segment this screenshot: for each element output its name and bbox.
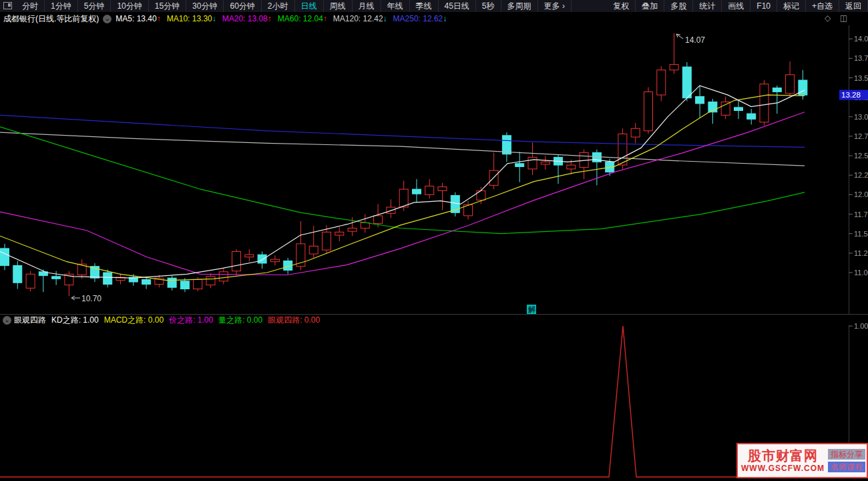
period-tab-15分钟[interactable]: 15分钟 — [149, 0, 186, 12]
action-button-统计[interactable]: 统计 — [693, 0, 722, 12]
axis-label: 13.00 — [854, 113, 868, 121]
ma60-line — [0, 127, 805, 234]
collapse-chevron-icon[interactable]: ⌄ — [103, 15, 112, 23]
action-button-画线[interactable]: 画线 — [722, 0, 750, 12]
window-icon[interactable] — [3, 2, 12, 9]
up-arrow-icon: ↑ — [268, 14, 272, 23]
action-buttons: 复权叠加多股统计画线F10标记+自选返回 — [607, 0, 868, 12]
low-annotation-arrow — [71, 296, 80, 300]
candle-body — [567, 165, 576, 169]
action-button-F10[interactable]: F10 — [750, 0, 777, 12]
panel-corner-icons[interactable]: ◇ ◫ — [825, 13, 851, 23]
indicator-chevron-icon[interactable]: ⌄ — [3, 316, 11, 325]
watermark-text: 股市财富网 WWW.GSCFW.COM — [739, 448, 827, 473]
period-tab-10分钟[interactable]: 10分钟 — [111, 0, 148, 12]
ma-text: MA10: 13.30 — [167, 14, 212, 23]
indicator-value-KD之路: KD之路: 1.00 — [51, 315, 99, 326]
indicator-header: ⌄ 眼观四路 KD之路: 1.00MACD之路: 0.00价之路: 1.00量之… — [0, 315, 849, 325]
low-annotation-label: 10.70 — [81, 294, 101, 303]
candle-body — [103, 273, 112, 285]
candle-body — [631, 128, 640, 137]
candle-body — [13, 266, 22, 283]
candle-body — [425, 186, 434, 195]
period-tab-日线[interactable]: 日线 — [295, 0, 324, 12]
period-tab-60分钟[interactable]: 60分钟 — [224, 0, 261, 12]
indicator-value-眼观四路: 眼观四路: 0.00 — [268, 315, 320, 326]
high-annotation-label: 14.07 — [685, 35, 705, 45]
candle-body — [374, 216, 383, 224]
candle-body — [1, 249, 9, 266]
axis-label: 11.00 — [854, 269, 868, 277]
candle-body — [258, 255, 266, 263]
indicator-value-MACD之路: MACD之路: 0.00 — [104, 315, 164, 326]
ma-value-MA120: MA120: 12.42↓ — [333, 14, 387, 23]
candle-body — [786, 75, 795, 94]
period-tab-分时[interactable]: 分时 — [16, 0, 45, 12]
period-tab-月线[interactable]: 月线 — [353, 0, 381, 12]
candle-body — [413, 189, 421, 194]
period-tab-5分钟[interactable]: 5分钟 — [78, 0, 112, 12]
unlock-marker-text: 解 — [527, 305, 536, 313]
period-tab-5秒[interactable]: 5秒 — [476, 0, 501, 12]
indicator-value-价之路: 价之路: 1.00 — [169, 315, 213, 326]
period-tab-季线[interactable]: 季线 — [410, 0, 439, 12]
action-button-标记[interactable]: 标记 — [777, 0, 806, 12]
indicator-name: 眼观四路 — [14, 315, 46, 326]
period-tab-周线[interactable]: 周线 — [324, 0, 353, 12]
candle-body — [502, 136, 511, 154]
period-tab-多周期[interactable]: 多周期 — [501, 0, 538, 12]
main-chart[interactable]: 14.0013.7513.5013.2513.0012.7512.5012.25… — [0, 0, 868, 481]
period-tab-年线[interactable]: 年线 — [381, 0, 410, 12]
candle-body — [515, 164, 524, 167]
candle-body — [760, 84, 769, 122]
down-arrow-icon: ↓ — [212, 14, 216, 23]
chart-info-bar: 成都银行(日线.等比前复权) ⌄ MA5: 13.40↑MA10: 13.30↓… — [0, 12, 868, 25]
candle-body — [206, 277, 215, 285]
indicator-value-量之路: 量之路: 0.00 — [218, 315, 262, 326]
axis-label: 12.75 — [854, 132, 868, 140]
candle-body — [696, 97, 704, 104]
action-button-+自选[interactable]: +自选 — [806, 0, 839, 12]
ma-value-MA20: MA20: 13.08↑ — [222, 14, 272, 23]
watermark-badges: 指标分享 名师课程 — [828, 449, 865, 472]
axis-label: 12.00 — [854, 190, 868, 198]
watermark-site-url: WWW.GSCFW.COM — [739, 464, 827, 473]
candle-body — [322, 232, 331, 250]
candle-body — [52, 277, 61, 279]
ma-text: MA120: 12.42 — [333, 14, 383, 23]
high-annotation-arrow — [676, 34, 683, 39]
axis-label: 12.50 — [854, 152, 868, 160]
candle-body — [682, 67, 691, 98]
candle-body — [734, 108, 743, 111]
period-tab-30分钟[interactable]: 30分钟 — [186, 0, 224, 12]
candle-body — [747, 114, 756, 119]
candle-body — [528, 157, 537, 169]
candle-body — [168, 278, 176, 287]
action-button-复权[interactable]: 复权 — [607, 0, 636, 12]
ma-text: MA20: 13.08 — [222, 14, 268, 23]
ma-value-MA60: MA60: 12.04↑ — [278, 14, 327, 23]
period-tab-45日线[interactable]: 45日线 — [439, 0, 476, 12]
period-tab-2小时[interactable]: 2小时 — [262, 0, 295, 12]
period-tab-1分钟[interactable]: 1分钟 — [45, 0, 78, 12]
axis-label: 13.75 — [854, 54, 868, 62]
action-button-叠加[interactable]: 叠加 — [636, 0, 664, 12]
candle-body — [219, 272, 228, 281]
watermark-site-name: 股市财富网 — [739, 448, 827, 464]
action-button-多股[interactable]: 多股 — [664, 0, 693, 12]
down-arrow-icon: ↓ — [383, 14, 387, 23]
candle-body — [270, 259, 279, 262]
period-tab-更多 ›[interactable]: 更多 › — [538, 0, 572, 12]
candle-body — [245, 255, 254, 257]
candle-body — [194, 280, 202, 289]
ma120-line — [0, 132, 805, 166]
axis-label: 11.75 — [854, 210, 868, 218]
action-button-返回[interactable]: 返回 — [839, 0, 868, 12]
candle-body — [438, 187, 447, 191]
ma-text: MA250: 12.62 — [393, 14, 443, 23]
stock-title: 成都银行(日线.等比前复权) — [3, 13, 99, 25]
candle-body — [26, 274, 35, 288]
axis-label: 14.00 — [854, 35, 868, 43]
candle-body — [232, 252, 241, 271]
ma-text: MA60: 12.04 — [278, 14, 323, 23]
